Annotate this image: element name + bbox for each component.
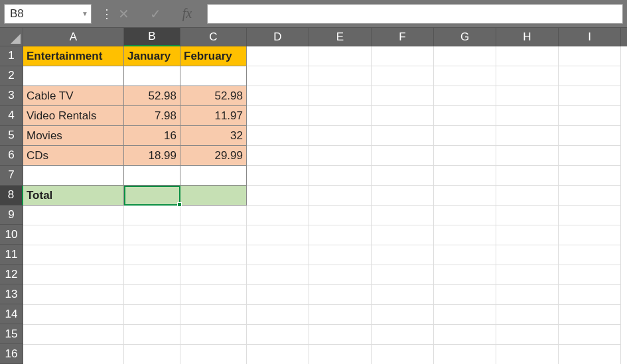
col-header-G[interactable]: G	[434, 28, 496, 46]
cell-A12[interactable]	[23, 265, 124, 285]
cell-D3[interactable]	[247, 86, 309, 106]
cell-H1[interactable]	[496, 46, 559, 66]
cell-B3[interactable]: 52.98	[124, 86, 180, 106]
cell-E3[interactable]	[309, 86, 372, 106]
cell-D6[interactable]	[247, 146, 309, 166]
cell-H15[interactable]	[496, 325, 559, 345]
cell-E4[interactable]	[309, 106, 372, 126]
cell-F9[interactable]	[372, 206, 434, 225]
cell-I15[interactable]	[559, 325, 621, 345]
cell-A10[interactable]	[23, 225, 124, 245]
cell-B13[interactable]	[124, 285, 180, 305]
cell-C4[interactable]: 11.97	[180, 106, 247, 126]
cell-E1[interactable]	[309, 46, 372, 66]
cell-E9[interactable]	[309, 206, 372, 225]
cell-D14[interactable]	[247, 305, 309, 325]
cell-E6[interactable]	[309, 146, 372, 166]
cell-F13[interactable]	[372, 285, 434, 305]
cell-D13[interactable]	[247, 285, 309, 305]
cell-I11[interactable]	[559, 245, 621, 265]
cell-B11[interactable]	[124, 245, 180, 265]
cell-I13[interactable]	[559, 285, 621, 305]
cell-G1[interactable]	[434, 46, 496, 66]
cell-A4[interactable]: Video Rentals	[23, 106, 124, 126]
cell-G7[interactable]	[434, 166, 496, 186]
cell-E15[interactable]	[309, 325, 372, 345]
cell-H2[interactable]	[496, 66, 559, 86]
col-header-C[interactable]: C	[180, 28, 247, 46]
cell-B2[interactable]	[124, 66, 180, 86]
cell-I14[interactable]	[559, 305, 621, 325]
cell-A7[interactable]	[23, 166, 124, 186]
cell-G11[interactable]	[434, 245, 496, 265]
cell-G16[interactable]	[434, 345, 496, 364]
cell-D4[interactable]	[247, 106, 309, 126]
cell-C7[interactable]	[180, 166, 247, 186]
cell-C13[interactable]	[180, 285, 247, 305]
cell-B6[interactable]: 18.99	[124, 146, 180, 166]
cell-B12[interactable]	[124, 265, 180, 285]
col-header-D[interactable]: D	[247, 28, 309, 46]
cell-D10[interactable]	[247, 225, 309, 245]
cell-G14[interactable]	[434, 305, 496, 325]
cell-A5[interactable]: Movies	[23, 126, 124, 146]
row-header-6[interactable]: 6	[0, 146, 23, 166]
cell-G5[interactable]	[434, 126, 496, 146]
row-header-10[interactable]: 10	[0, 225, 23, 245]
insert-function-button[interactable]: fx	[171, 0, 203, 28]
row-header-11[interactable]: 11	[0, 245, 23, 265]
col-header-E[interactable]: E	[309, 28, 372, 46]
row-header-13[interactable]: 13	[0, 284, 23, 304]
cell-F3[interactable]	[372, 86, 434, 106]
cell-D15[interactable]	[247, 325, 309, 345]
name-box[interactable]: B8 ▼	[4, 4, 92, 24]
cell-F15[interactable]	[372, 325, 434, 345]
cell-I1[interactable]	[559, 46, 621, 66]
cell-E12[interactable]	[309, 265, 372, 285]
cell-H10[interactable]	[496, 225, 559, 245]
cell-F11[interactable]	[372, 245, 434, 265]
row-header-16[interactable]: 16	[0, 344, 23, 364]
cell-B1[interactable]: January	[124, 46, 180, 66]
cell-D1[interactable]	[247, 46, 309, 66]
cell-I8[interactable]	[559, 186, 621, 206]
cell-B4[interactable]: 7.98	[124, 106, 180, 126]
cell-C11[interactable]	[180, 245, 247, 265]
cell-D5[interactable]	[247, 126, 309, 146]
cell-A8[interactable]: Total	[23, 186, 124, 206]
cell-I6[interactable]	[559, 146, 621, 166]
cell-E16[interactable]	[309, 345, 372, 364]
col-header-F[interactable]: F	[372, 28, 434, 46]
cell-grid[interactable]: Entertainment January February	[23, 46, 627, 364]
cell-F10[interactable]	[372, 225, 434, 245]
row-header-9[interactable]: 9	[0, 206, 23, 225]
col-header-A[interactable]: A	[23, 28, 124, 46]
cell-C5[interactable]: 32	[180, 126, 247, 146]
cell-H14[interactable]	[496, 305, 559, 325]
cell-C16[interactable]	[180, 345, 247, 364]
cell-C15[interactable]	[180, 325, 247, 345]
cell-G2[interactable]	[434, 66, 496, 86]
cell-F5[interactable]	[372, 126, 434, 146]
cell-A15[interactable]	[23, 325, 124, 345]
cell-G4[interactable]	[434, 106, 496, 126]
cell-F4[interactable]	[372, 106, 434, 126]
cell-F8[interactable]	[372, 186, 434, 206]
cell-F14[interactable]	[372, 305, 434, 325]
cell-D7[interactable]	[247, 166, 309, 186]
row-header-3[interactable]: 3	[0, 86, 23, 106]
col-header-H[interactable]: H	[496, 28, 559, 46]
cell-H11[interactable]	[496, 245, 559, 265]
cell-E11[interactable]	[309, 245, 372, 265]
row-header-12[interactable]: 12	[0, 265, 23, 284]
row-header-4[interactable]: 4	[0, 106, 23, 126]
cell-H4[interactable]	[496, 106, 559, 126]
cell-A9[interactable]	[23, 206, 124, 225]
cell-A16[interactable]	[23, 345, 124, 364]
cell-A6[interactable]: CDs	[23, 146, 124, 166]
cell-F6[interactable]	[372, 146, 434, 166]
cell-E10[interactable]	[309, 225, 372, 245]
cell-I16[interactable]	[559, 345, 621, 364]
cell-D9[interactable]	[247, 206, 309, 225]
cell-D8[interactable]	[247, 186, 309, 206]
